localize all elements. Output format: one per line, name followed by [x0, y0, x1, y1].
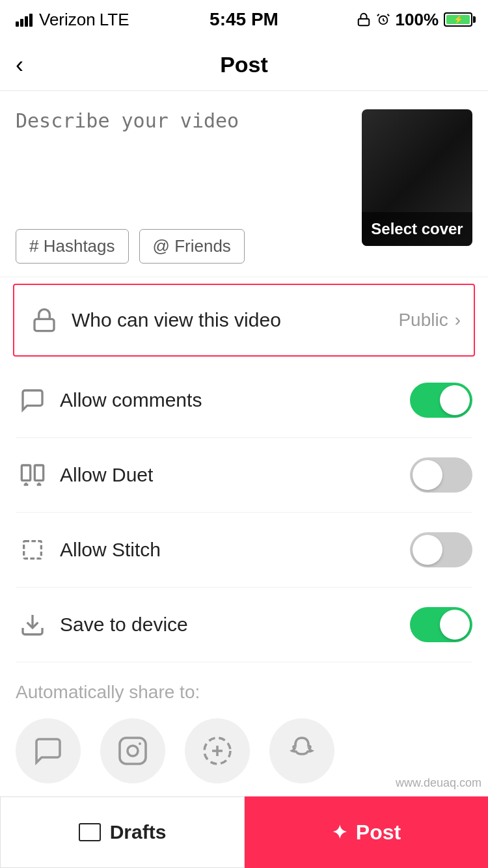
allow-stitch-row: Allow Stitch: [16, 513, 472, 588]
allow-duet-label: Allow Duet: [60, 464, 410, 486]
svg-rect-6: [34, 465, 43, 480]
description-section: # Hashtags @ Friends Select cover: [0, 91, 488, 277]
video-thumbnail[interactable]: Select cover: [362, 109, 472, 246]
stitch-icon: [16, 533, 49, 567]
snapchat-icon: [286, 735, 318, 766]
friends-button[interactable]: @ Friends: [139, 229, 245, 264]
status-right: 100% ⚡: [357, 10, 473, 30]
nav-bar: ‹ Post: [0, 39, 488, 91]
who-can-view-label: Who can view this video: [72, 309, 398, 331]
alarm-icon: [376, 12, 390, 27]
messages-icon: [33, 735, 64, 766]
settings-section: Who can view this video Public › Allow c…: [0, 284, 488, 662]
svg-rect-11: [24, 541, 42, 559]
toggle-knob: [440, 385, 470, 415]
allow-duet-row: Allow Duet: [16, 438, 472, 513]
hashtag-label: # Hashtags: [29, 236, 115, 256]
allow-comments-toggle[interactable]: [410, 383, 472, 418]
lock-icon: [357, 12, 371, 27]
drafts-icon: [79, 823, 101, 841]
svg-rect-13: [120, 738, 146, 764]
tiktok-add-icon: [202, 735, 233, 766]
description-input[interactable]: [16, 109, 349, 213]
hashtag-buttons: # Hashtags @ Friends: [16, 229, 349, 264]
svg-point-14: [128, 746, 138, 756]
svg-point-15: [139, 742, 141, 745]
hashtags-button[interactable]: # Hashtags: [16, 229, 129, 264]
back-button[interactable]: ‹: [16, 51, 23, 79]
instagram-icon: [117, 735, 148, 766]
instagram-share-button[interactable]: [100, 718, 165, 783]
messages-share-button[interactable]: [16, 718, 81, 783]
toggle-knob: [440, 610, 470, 640]
post-icon: ✦: [332, 822, 347, 843]
battery-percent: 100%: [396, 10, 439, 30]
download-icon: [16, 608, 49, 642]
duet-icon: [16, 458, 49, 492]
watermark: www.deuaq.com: [396, 776, 481, 790]
who-can-view-value: Public ›: [398, 310, 461, 331]
toggle-knob: [413, 535, 442, 565]
page-title: Post: [220, 52, 268, 77]
save-to-device-label: Save to device: [60, 614, 410, 636]
chevron-right-icon: ›: [455, 310, 461, 331]
svg-rect-4: [34, 319, 54, 331]
share-label: Automatically share to:: [16, 682, 472, 703]
allow-stitch-label: Allow Stitch: [60, 539, 410, 561]
svg-rect-5: [21, 465, 30, 480]
allow-duet-toggle[interactable]: [410, 457, 472, 493]
status-left: Verizon LTE: [16, 10, 129, 30]
save-to-device-toggle[interactable]: [410, 607, 472, 642]
drafts-button[interactable]: Drafts: [0, 796, 245, 868]
battery-icon: ⚡: [444, 12, 472, 27]
allow-comments-label: Allow comments: [60, 389, 410, 411]
friends-label: @ Friends: [153, 236, 231, 256]
post-label: Post: [356, 821, 401, 845]
tiktok-add-share-button[interactable]: [185, 718, 250, 783]
share-icons: [16, 718, 472, 783]
allow-comments-row: Allow comments: [16, 363, 472, 438]
drafts-label: Drafts: [110, 821, 167, 843]
save-to-device-row: Save to device: [16, 588, 472, 662]
select-cover-label: Select cover: [362, 212, 472, 246]
bottom-bar: Drafts ✦ Post: [0, 796, 488, 868]
snapchat-share-button[interactable]: [269, 718, 334, 783]
comment-icon: [16, 383, 49, 417]
svg-rect-0: [358, 19, 369, 25]
description-left: # Hashtags @ Friends: [16, 109, 349, 264]
network-label: LTE: [100, 10, 129, 30]
visibility-value: Public: [398, 310, 448, 331]
who-can-view-row[interactable]: Who can view this video Public ›: [13, 284, 475, 357]
allow-stitch-toggle[interactable]: [410, 532, 472, 567]
post-button[interactable]: ✦ Post: [245, 796, 488, 868]
status-bar: Verizon LTE 5:45 PM 100% ⚡: [0, 0, 488, 39]
lock-row-icon: [27, 303, 61, 337]
svg-line-3: [387, 14, 389, 16]
status-time: 5:45 PM: [210, 9, 278, 30]
signal-icon: [16, 12, 33, 27]
carrier-label: Verizon: [39, 10, 96, 30]
svg-line-2: [377, 14, 379, 16]
toggle-knob: [413, 460, 442, 490]
